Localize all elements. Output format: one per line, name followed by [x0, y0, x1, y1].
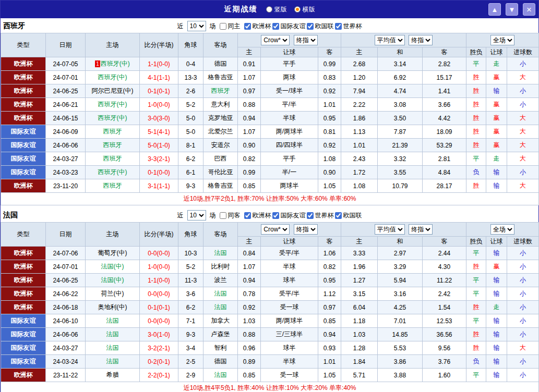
competition-input[interactable] [272, 212, 279, 219]
odds-away: 1.01 [318, 98, 341, 112]
odds-handicap: 平手 [261, 57, 318, 71]
result: 平 [466, 247, 486, 260]
avg-draw: 5.94 [378, 274, 423, 287]
col-home: 主场 [86, 223, 140, 247]
handicap-result: 输 [486, 314, 507, 328]
odds-away: 0.93 [318, 341, 341, 355]
home-team-name: 西班牙(中) [101, 60, 130, 67]
scope-select[interactable]: 全场 [490, 224, 514, 235]
match-date: 24-07-06 [46, 247, 86, 260]
competition-input[interactable] [244, 23, 251, 30]
odds-source-select[interactable]: Crow* [261, 35, 290, 45]
col-odds-away: 客 [318, 47, 341, 57]
away-team-name: 法国 [214, 371, 227, 378]
result: 胜 [466, 341, 486, 355]
competition-label: 国际友谊 [281, 22, 306, 31]
home-team-name: 西班牙 [103, 141, 122, 149]
same-venue-checkbox[interactable]: 同客 [220, 211, 241, 220]
odds-handicap: 半球 [261, 260, 318, 274]
filter-row: 西班牙 近 10 场 同主 欧洲杯 国际友谊 [1, 19, 538, 33]
goals-result: 大 [507, 71, 539, 84]
filter-matches-label: 场 [210, 211, 216, 220]
odds-stage-select[interactable]: 终指 [294, 224, 318, 235]
competition-checkbox[interactable]: 欧洲杯 [244, 211, 271, 220]
match-date: 24-06-25 [46, 84, 86, 98]
goals-result: 小 [507, 98, 539, 112]
average-source-select[interactable]: 平均值 [375, 224, 405, 235]
away-team-name: 法国 [214, 249, 227, 256]
match-count-select[interactable]: 10 [187, 210, 206, 220]
corner-score: 10-3 [178, 247, 203, 260]
result: 胜 [466, 112, 486, 125]
match-row: 国际友谊 24-03-24 法国 0-2(0-1) 2-5 德国 0.89 半球… [1, 355, 539, 369]
match-date: 24-06-21 [46, 98, 86, 112]
odds-source-select[interactable]: Crow* [261, 224, 290, 235]
odds-stage-select[interactable]: 终指 [294, 35, 318, 45]
home-team: 法国 [86, 328, 140, 341]
same-venue-checkbox[interactable]: 同主 [220, 22, 241, 31]
col-avg-away: 客 [423, 47, 466, 57]
avg-away: 28.17 [423, 179, 466, 193]
away-team-name: 哥伦比亚 [208, 168, 233, 176]
handicap-result: 走 [486, 57, 507, 71]
competition-checkbox[interactable]: 世界杯 [335, 22, 362, 31]
same-venue-input[interactable] [220, 212, 226, 219]
away-team-name: 德国 [214, 358, 227, 365]
corner-score: 6-2 [178, 152, 203, 166]
competition-input[interactable] [307, 23, 314, 30]
corner-score: 3-4 [178, 341, 203, 355]
odds-handicap: 四/四球半 [261, 139, 318, 152]
competition-checkbox[interactable]: 国际友谊 [272, 22, 306, 31]
corner-score: 8-1 [178, 139, 203, 152]
view-mode-radio[interactable]: 横版 [294, 5, 315, 14]
same-venue-input[interactable] [220, 23, 226, 30]
scope-header: 全场 [466, 223, 539, 237]
competition-checkbox[interactable]: 欧国联 [335, 211, 362, 220]
avg-home: 2.43 [341, 152, 378, 166]
competition-input[interactable] [335, 23, 342, 30]
scroll-down-button[interactable]: ▼ [506, 3, 518, 16]
avg-away: 4.84 [423, 166, 466, 179]
competition-checkbox[interactable]: 国际友谊 [272, 211, 306, 220]
away-team: 格鲁吉亚 [203, 179, 238, 193]
avg-home: 3.33 [341, 247, 378, 260]
odds-away: 0.85 [318, 314, 341, 328]
result: 平 [466, 287, 486, 301]
competition-input[interactable] [244, 212, 251, 219]
view-options: 竖版 横版 [266, 5, 315, 14]
away-team: 克罗地亚 [203, 112, 238, 125]
away-team: 法国 [203, 247, 238, 260]
competition-checkbox[interactable]: 欧国联 [307, 22, 334, 31]
match-row: 欧洲杯 24-07-01 法国(中) 1-0(0-0) 5-2 比利时 1.07… [1, 260, 539, 274]
odds-handicap: 球半 [261, 274, 318, 287]
competition-input[interactable] [307, 212, 314, 219]
home-team: 法国 [86, 314, 140, 328]
match-count-select[interactable]: 10 [187, 21, 206, 31]
close-icon[interactable]: × [523, 3, 535, 16]
col-goals: 进球数 [507, 47, 539, 57]
goals-result: 大 [507, 139, 539, 152]
goals-result: 小 [507, 287, 539, 301]
col-odds-home: 主 [238, 237, 261, 247]
col-avg-draw: 和 [378, 47, 423, 57]
avg-away: 2.42 [423, 287, 466, 301]
result: 胜 [466, 71, 486, 84]
goals-result: 小 [507, 260, 539, 274]
view-mode-radio[interactable]: 竖版 [266, 5, 287, 14]
avg-home: 1.27 [341, 274, 378, 287]
scroll-up-button[interactable]: ▲ [488, 3, 501, 16]
avg-home: 1.72 [341, 166, 378, 179]
competition-input[interactable] [272, 23, 279, 30]
scope-select[interactable]: 全场 [490, 35, 514, 45]
average-source-select[interactable]: 平均值 [375, 35, 405, 45]
corner-score: 6-1 [178, 166, 203, 179]
match-row: 欧洲杯 24-06-25 阿尔巴尼亚(中) 0-1(0-1) 2-6 西班牙 0… [1, 84, 539, 98]
competition-checkbox[interactable]: 欧洲杯 [244, 22, 271, 31]
col-odds-home: 主 [238, 47, 261, 57]
competition-checkbox[interactable]: 世界杯 [307, 211, 334, 220]
home-team-name: 西班牙(中) [98, 114, 127, 121]
competition-input[interactable] [335, 212, 342, 219]
average-stage-select[interactable]: 终指 [409, 35, 433, 45]
avg-draw: 3.29 [378, 260, 423, 274]
average-stage-select[interactable]: 终指 [409, 224, 433, 235]
